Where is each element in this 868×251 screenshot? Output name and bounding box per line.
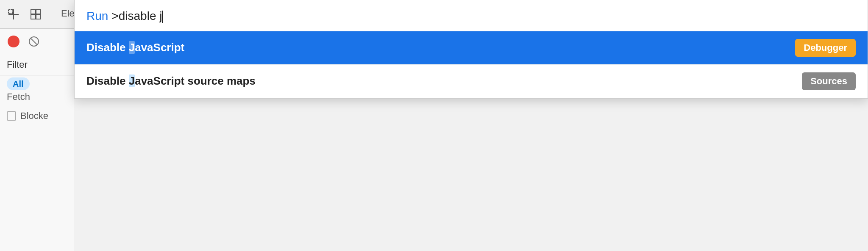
debugger-badge[interactable]: Debugger	[795, 39, 856, 57]
svg-rect-3	[31, 10, 35, 14]
svg-rect-0	[8, 9, 13, 14]
command-input-text[interactable]: >disable j	[111, 9, 163, 23]
text-cursor	[162, 11, 163, 23]
layers-icon	[30, 8, 42, 20]
svg-rect-5	[31, 15, 35, 19]
left-toolbar	[0, 29, 74, 54]
left-panel: Filter All Fetch Blocke	[0, 29, 74, 251]
record-button[interactable]	[5, 33, 22, 50]
blocked-text: Blocke	[20, 110, 48, 121]
result-row-disable-js[interactable]: Disable JavaScript Debugger	[75, 31, 868, 65]
result-text-after-2: avaScript source maps	[135, 74, 256, 87]
blocked-row: Blocke	[0, 106, 74, 126]
chips-section: All Fetch	[0, 76, 74, 106]
filter-label: Filter	[7, 59, 28, 70]
svg-line-8	[31, 38, 37, 45]
command-palette: Run >disable j Disable JavaScript Debugg…	[74, 0, 868, 99]
chip-fetch[interactable]: Fetch	[7, 91, 67, 102]
filter-section: Filter	[0, 54, 74, 76]
input-value: >disable j	[111, 9, 162, 22]
run-label: Run	[86, 9, 108, 23]
result-text-disable-js-maps: Disable JavaScript source maps	[86, 74, 802, 88]
svg-rect-6	[36, 15, 40, 19]
result-text-disable-js: Disable JavaScript	[86, 41, 795, 54]
result-highlight-1: J	[129, 41, 135, 54]
chip-all[interactable]: All	[7, 77, 30, 90]
blocked-checkbox[interactable]	[7, 111, 16, 121]
record-icon	[8, 36, 19, 47]
clear-icon	[28, 36, 39, 47]
sources-badge[interactable]: Sources	[802, 72, 856, 90]
result-text-before-2: Disable	[86, 74, 129, 87]
layers-tool-button[interactable]	[26, 5, 45, 24]
cursor-icon	[8, 8, 19, 20]
result-text-after-1: avaScript	[135, 41, 184, 54]
result-row-disable-js-maps[interactable]: Disable JavaScript source maps Sources	[75, 65, 868, 98]
cursor-tool-button[interactable]	[4, 5, 23, 24]
clear-button[interactable]	[25, 33, 42, 50]
tab-icon-group	[4, 5, 45, 24]
result-text-before-1: Disable	[86, 41, 129, 54]
result-highlight-2: J	[129, 74, 135, 87]
svg-rect-4	[36, 10, 40, 14]
command-input-row: Run >disable j	[75, 0, 868, 31]
